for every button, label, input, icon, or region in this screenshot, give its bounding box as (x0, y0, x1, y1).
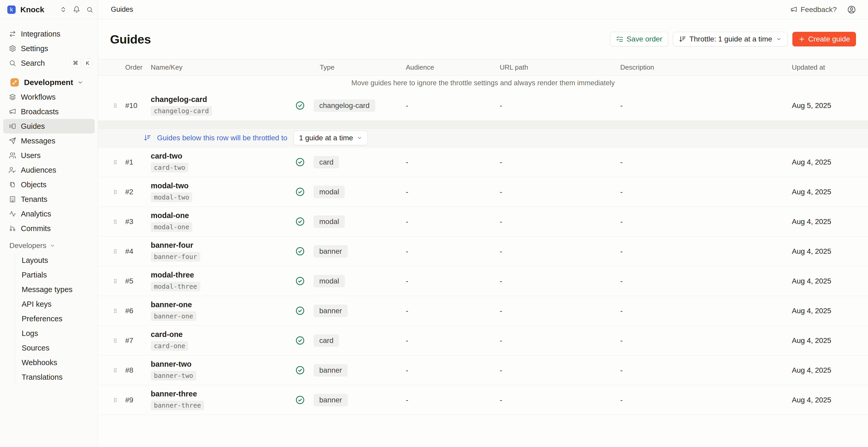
guide-key-badge: modal-two (151, 192, 192, 202)
drag-handle-icon[interactable] (110, 278, 122, 285)
row-audience: - (403, 307, 497, 315)
knock-logo: k (7, 5, 16, 14)
drag-handle-icon[interactable] (110, 248, 122, 255)
sidebar-sub-item[interactable]: Message types (15, 282, 95, 297)
active-check-icon (290, 336, 310, 345)
sidebar-item-label: Workflows (21, 93, 56, 101)
row-audience: - (403, 277, 497, 285)
column-header-audience: Audience (403, 63, 497, 71)
table-row[interactable]: #4 banner-four banner-four banner - - - … (98, 236, 868, 266)
table-row[interactable]: #8 banner-two banner-two banner - - - Au… (98, 355, 868, 385)
environment-name: Development (24, 78, 73, 87)
row-url-path: - (497, 277, 616, 285)
guide-key-badge: card-one (151, 341, 188, 351)
guide-name: modal-three (151, 271, 194, 279)
drag-handle-icon[interactable] (110, 188, 122, 196)
feedback-button[interactable]: Feedback? (790, 5, 837, 14)
table-row[interactable]: #1 card-two card-two card - - - Aug 4, 2… (98, 147, 868, 177)
sidebar-item-commits[interactable]: Commits (3, 221, 95, 236)
row-url-path: - (497, 337, 616, 345)
type-badge: changelog-card (313, 99, 375, 112)
drag-handle-icon[interactable] (110, 307, 122, 315)
guide-name: banner-two (151, 360, 191, 369)
row-order: #10 (122, 101, 151, 110)
row-updated-at: Aug 5, 2025 (789, 101, 868, 110)
sidebar-item-messages[interactable]: Messages (3, 133, 95, 148)
table-row[interactable]: #2 modal-two modal-two modal - - - Aug 4… (98, 177, 868, 207)
search-icon[interactable] (86, 6, 93, 13)
chevron-down-icon (77, 79, 84, 86)
guide-name: banner-three (151, 390, 197, 398)
row-audience: - (403, 158, 497, 166)
sidebar-nav: Integrations Settings Search ⌘ K Develop… (0, 19, 98, 384)
sidebar-item-search[interactable]: Search ⌘ K (3, 56, 95, 70)
table-row[interactable]: #3 modal-one modal-one modal - - - Aug 4… (98, 207, 868, 236)
row-url-path: - (497, 247, 616, 256)
create-guide-button[interactable]: Create guide (793, 32, 856, 46)
feedback-label: Feedback? (801, 5, 837, 14)
guide-name: card-two (151, 152, 182, 160)
row-updated-at: Aug 4, 2025 (789, 218, 868, 226)
table-row[interactable]: #7 card-one card-one card - - - Aug 4, 2… (98, 326, 868, 355)
row-description: - (616, 247, 789, 256)
throttle-amount-dropdown[interactable]: 1 guide at a time (294, 131, 368, 145)
workspace-selector-icon[interactable] (60, 6, 67, 13)
table-row[interactable]: #9 banner-three banner-three banner - - … (98, 385, 868, 415)
layers-icon (9, 93, 16, 101)
sidebar-sub-item-label: Preferences (22, 315, 62, 323)
throttle-divider-row: Guides below this row will be throttled … (98, 129, 868, 147)
sidebar-sub-item[interactable]: API keys (15, 297, 95, 311)
search-icon (9, 60, 16, 67)
table-row[interactable]: #6 banner-one banner-one banner - - - Au… (98, 296, 868, 326)
sidebar-sub-item-label: Sources (22, 344, 49, 352)
sidebar-sub-item[interactable]: Webhooks (15, 355, 95, 370)
cmd-key-badge: ⌘ (70, 59, 81, 68)
sidebar-sub-item[interactable]: Logs (15, 326, 95, 341)
sidebar-sub-item[interactable]: Sources (15, 341, 95, 355)
sidebar-item-audiences[interactable]: Audiences (3, 163, 95, 177)
throttle-dropdown-button[interactable]: Throttle: 1 guide at a time (673, 32, 788, 46)
sidebar-item-tenants[interactable]: Tenants (3, 192, 95, 206)
drag-handle-icon[interactable] (110, 337, 122, 344)
breadcrumb[interactable]: Guides (111, 5, 133, 13)
sidebar-item-broadcasts[interactable]: Broadcasts (3, 104, 95, 119)
guide-name: banner-one (151, 300, 192, 309)
table-row[interactable]: #5 modal-three modal-three modal - - - A… (98, 266, 868, 296)
row-description: - (616, 277, 789, 285)
environment-switcher[interactable]: Development (3, 75, 95, 90)
developers-section-toggle[interactable]: Developers (3, 238, 95, 253)
drag-handle-icon[interactable] (110, 367, 122, 374)
sidebar-sub-item[interactable]: Preferences (15, 311, 95, 326)
sidebar-sub-item-label: Logs (22, 329, 38, 338)
row-url-path: - (497, 101, 616, 110)
drag-handle-icon[interactable] (110, 102, 122, 109)
type-badge: modal (313, 186, 345, 198)
sidebar-item-integrations[interactable]: Integrations (3, 27, 95, 41)
avatar[interactable] (847, 5, 856, 14)
sidebar-item-label: Settings (21, 44, 48, 53)
type-badge: card (313, 156, 339, 168)
sort-descending-icon (679, 35, 686, 43)
sidebar-sub-item-label: Message types (22, 285, 72, 294)
row-audience: - (403, 218, 497, 226)
sidebar-sub-item[interactable]: Translations (15, 370, 95, 384)
sidebar-item-workflows[interactable]: Workflows (3, 90, 95, 104)
workspace-switcher: k Knock (0, 0, 98, 19)
sidebar-item-guides[interactable]: Guides (3, 119, 95, 133)
row-description: - (616, 396, 789, 404)
sidebar-item-analytics[interactable]: Analytics (3, 206, 95, 221)
drag-handle-icon[interactable] (110, 218, 122, 225)
sidebar-sub-item[interactable]: Partials (15, 267, 95, 282)
sidebar-item-settings[interactable]: Settings (3, 41, 95, 56)
sidebar-item-objects[interactable]: Objects (3, 177, 95, 192)
save-order-button[interactable]: Save order (610, 32, 668, 46)
table-header: Order Name/Key Type Audience URL path De… (98, 59, 868, 76)
active-check-icon (290, 365, 310, 375)
sidebar-sub-item[interactable]: Layouts (15, 253, 95, 267)
sidebar-item-users[interactable]: Users (3, 148, 95, 163)
drag-handle-icon[interactable] (110, 396, 122, 404)
table-row[interactable]: #10 changelog-card changelog-card change… (98, 91, 868, 121)
sidebar-item-label: Messages (21, 137, 55, 145)
notifications-bell-icon[interactable] (73, 6, 80, 13)
drag-handle-icon[interactable] (110, 159, 122, 166)
